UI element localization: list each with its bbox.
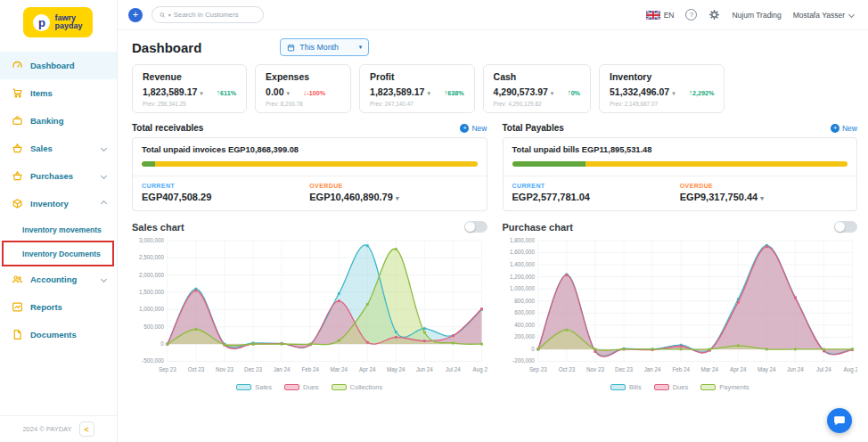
kpi-value: 1,823,589.17 <box>370 86 424 97</box>
plus-circle-icon: + <box>831 124 839 133</box>
period-label: This Month <box>299 43 339 52</box>
calendar-icon <box>287 44 295 52</box>
svg-text:800,000: 800,000 <box>514 298 535 304</box>
company-name: Nujum Trading <box>732 11 781 20</box>
main-area: + ▾ EN ? <box>118 0 868 442</box>
brand-logo[interactable]: p fawry payday <box>23 7 93 37</box>
kpi-delta: ↑611% <box>217 88 236 97</box>
kpi-delta: ↑2,292% <box>689 88 715 97</box>
svg-text:Oct 23: Oct 23 <box>558 366 575 372</box>
legend-label: Dues <box>673 383 689 391</box>
legend-item-dues[interactable]: Dues <box>284 383 319 391</box>
kpi-caret-icon[interactable]: ▾ <box>287 90 291 97</box>
search-box[interactable]: ▾ <box>151 6 264 23</box>
sidebar-item-items[interactable]: Items <box>0 79 117 107</box>
sidebar-item-accounting[interactable]: Accounting <box>0 266 117 293</box>
legend-item-collections[interactable]: Collections <box>332 383 383 391</box>
legend-item-payments[interactable]: Payments <box>700 383 749 391</box>
cart-icon <box>12 87 23 99</box>
kpi-caret-icon[interactable]: ▾ <box>200 90 203 97</box>
kpi-value: 4,290,573.97 <box>494 86 548 97</box>
sidebar-item-sales[interactable]: Sales <box>0 135 117 162</box>
kpi-caret-icon[interactable]: ▾ <box>672 90 676 97</box>
search-input[interactable] <box>174 11 256 19</box>
overdue-caret-icon[interactable]: ▾ <box>396 194 399 202</box>
receivables-new-button[interactable]: + New <box>460 124 487 133</box>
overdue-caret-icon[interactable]: ▾ <box>760 194 764 202</box>
payables-card: Total unpaid bills EGP11,895,531.48 CURR… <box>503 137 858 211</box>
user-name: Mostafa Yasser <box>793 11 845 20</box>
chart-toggle-switch[interactable] <box>464 221 487 233</box>
chevron-down-icon <box>101 145 107 151</box>
sidebar-collapse-button[interactable]: < <box>79 422 94 437</box>
legend-item-bills[interactable]: Bills <box>610 383 642 391</box>
brand-logo-text: fawry payday <box>54 14 82 31</box>
kpi-row: Revenue 1,823,589.17 ▾ ↑611% Prev: 256,3… <box>132 64 857 113</box>
sidebar-item-documents[interactable]: Documents <box>0 321 117 348</box>
gauge-icon <box>12 60 23 71</box>
chat-launcher-button[interactable] <box>827 408 852 433</box>
kpi-card-revenue: Revenue 1,823,589.17 ▾ ↑611% Prev: 256,3… <box>132 64 247 113</box>
language-label: EN <box>664 11 675 20</box>
svg-text:-200,000: -200,000 <box>512 357 535 364</box>
charts-row: Sales chart -500,0000500,0001,000,0001,5… <box>132 221 857 391</box>
legend-label: Bills <box>629 383 642 391</box>
kpi-card-inventory: Inventory 51,332,496.07 ▾ ↑2,292% Prev: … <box>599 64 725 113</box>
legend-swatch <box>700 384 716 390</box>
receivables-card: Total unpaid invoices EGP10,868,399.08 C… <box>132 137 487 211</box>
sidebar-item-label: Inventory <box>30 199 69 209</box>
kpi-value: 1,823,589.17 <box>143 86 197 97</box>
kpi-card-profit: Profit 1,823,589.17 ▾ ↑638% Prev: 247,14… <box>359 64 474 113</box>
svg-text:Aug 24: Aug 24 <box>473 366 487 373</box>
help-button[interactable]: ? <box>685 9 697 20</box>
svg-text:Dec 23: Dec 23 <box>244 366 262 372</box>
svg-text:500,000: 500,000 <box>143 323 164 330</box>
quick-add-button[interactable]: + <box>128 8 143 22</box>
svg-text:May 24: May 24 <box>387 366 405 373</box>
basket-icon <box>12 143 23 154</box>
chevron-up-icon <box>101 201 107 207</box>
kpi-title: Expenses <box>266 71 340 82</box>
payables-new-button[interactable]: + New <box>831 124 857 133</box>
search-scope-caret-icon[interactable]: ▾ <box>168 12 171 18</box>
help-icon: ? <box>685 9 697 20</box>
sidebar-item-reports[interactable]: Reports <box>0 293 117 321</box>
sidebar-subitem-inventory-documents[interactable]: Inventory Documents <box>0 241 117 266</box>
language-selector[interactable]: EN <box>646 11 675 20</box>
user-menu[interactable]: Mostafa Yasser <box>793 11 856 20</box>
svg-text:200,000: 200,000 <box>514 333 535 340</box>
sidebar-item-purchases[interactable]: Purchases <box>0 162 117 190</box>
chart-toggle-switch[interactable] <box>834 221 857 233</box>
sidebar-item-dashboard[interactable]: Dashboard <box>0 52 117 79</box>
period-selector[interactable]: This Month ▾ <box>280 38 369 56</box>
sidebar-item-inventory[interactable]: Inventory <box>0 190 117 217</box>
legend-swatch <box>610 384 626 390</box>
unpaid-bills-total: Total unpaid bills EGP11,895,531.48 <box>512 145 848 154</box>
sidebar-subitem-inventory-movements[interactable]: Inventory movements <box>0 217 117 241</box>
sidebar-item-label: Accounting <box>30 274 77 284</box>
svg-text:600,000: 600,000 <box>514 309 535 315</box>
sidebar-item-banking[interactable]: Banking <box>0 107 117 135</box>
sidebar-item-label: Reports <box>30 302 62 312</box>
payables-panel: Total Payables + New Total unpaid bills … <box>503 123 858 211</box>
sidebar: p fawry payday Dashboard Items Banking S… <box>0 0 118 442</box>
sales-chart-panel: Sales chart -500,0000500,0001,000,0001,5… <box>132 221 487 391</box>
kpi-caret-icon[interactable]: ▾ <box>551 90 554 97</box>
kpi-previous-value: Prev: 247,140.47 <box>370 101 463 107</box>
app-root: p fawry payday Dashboard Items Banking S… <box>0 0 868 442</box>
legend-item-sales[interactable]: Sales <box>236 383 272 391</box>
purchase-chart-panel: Purchase chart -200,0000200,000400,00060… <box>503 221 858 391</box>
uk-flag-icon <box>646 11 660 20</box>
svg-text:1,000,000: 1,000,000 <box>510 285 535 291</box>
legend-item-dues[interactable]: Dues <box>654 383 689 391</box>
sidebar-subitem-label: Inventory movements <box>22 225 102 234</box>
kpi-caret-icon[interactable]: ▾ <box>427 90 430 97</box>
sidebar-item-label: Banking <box>30 116 63 126</box>
kpi-title: Cash <box>494 71 580 82</box>
settings-button[interactable] <box>708 9 720 20</box>
svg-text:Nov 23: Nov 23 <box>586 366 604 372</box>
sidebar-item-label: Items <box>30 88 53 98</box>
chat-bubble-icon <box>833 414 846 427</box>
receivables-current: CURRENT EGP407,508.29 <box>142 183 309 202</box>
chart-icon <box>12 301 23 313</box>
